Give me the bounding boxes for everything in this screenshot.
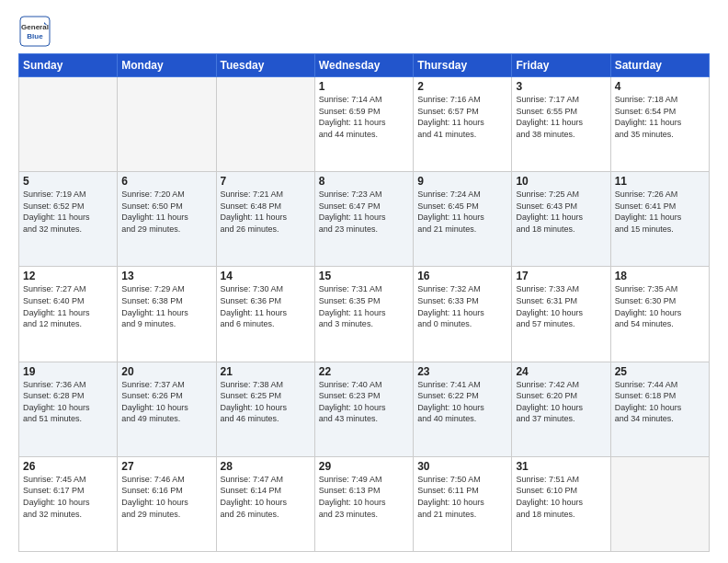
day-cell: 8Sunrise: 7:23 AM Sunset: 6:47 PM Daylig… (314, 172, 413, 267)
weekday-header-sunday: Sunday (19, 54, 118, 77)
day-info: Sunrise: 7:37 AM Sunset: 6:26 PM Dayligh… (121, 379, 211, 425)
day-cell: 11Sunrise: 7:26 AM Sunset: 6:41 PM Dayli… (610, 172, 709, 267)
day-info: Sunrise: 7:27 AM Sunset: 6:40 PM Dayligh… (23, 283, 113, 329)
day-number: 19 (23, 365, 113, 378)
day-cell: 13Sunrise: 7:29 AM Sunset: 6:38 PM Dayli… (118, 267, 216, 362)
day-info: Sunrise: 7:35 AM Sunset: 6:30 PM Dayligh… (615, 283, 705, 329)
weekday-header-saturday: Saturday (610, 54, 709, 77)
day-info: Sunrise: 7:42 AM Sunset: 6:20 PM Dayligh… (516, 379, 606, 425)
week-row-5: 26Sunrise: 7:45 AM Sunset: 6:17 PM Dayli… (19, 456, 710, 551)
day-cell (216, 77, 314, 172)
day-number: 17 (516, 270, 606, 282)
svg-text:Blue: Blue (27, 32, 43, 40)
day-cell: 2Sunrise: 7:16 AM Sunset: 6:57 PM Daylig… (414, 77, 512, 172)
day-info: Sunrise: 7:40 AM Sunset: 6:23 PM Dayligh… (319, 379, 409, 425)
day-info: Sunrise: 7:21 AM Sunset: 6:48 PM Dayligh… (221, 189, 311, 235)
day-cell: 18Sunrise: 7:35 AM Sunset: 6:30 PM Dayli… (610, 267, 709, 362)
day-number: 10 (516, 175, 606, 188)
day-info: Sunrise: 7:46 AM Sunset: 6:16 PM Dayligh… (121, 474, 211, 520)
day-number: 20 (121, 365, 211, 378)
day-info: Sunrise: 7:45 AM Sunset: 6:17 PM Dayligh… (23, 474, 113, 520)
svg-text:General: General (21, 23, 49, 31)
day-info: Sunrise: 7:36 AM Sunset: 6:28 PM Dayligh… (23, 379, 113, 425)
day-cell: 24Sunrise: 7:42 AM Sunset: 6:20 PM Dayli… (512, 362, 610, 456)
day-cell: 28Sunrise: 7:47 AM Sunset: 6:14 PM Dayli… (216, 456, 314, 551)
day-cell: 3Sunrise: 7:17 AM Sunset: 6:55 PM Daylig… (512, 77, 610, 172)
day-info: Sunrise: 7:50 AM Sunset: 6:11 PM Dayligh… (417, 474, 507, 520)
header: General Blue (18, 15, 710, 48)
day-cell: 27Sunrise: 7:46 AM Sunset: 6:16 PM Dayli… (118, 456, 216, 551)
day-number: 4 (615, 80, 705, 93)
day-number: 8 (319, 175, 409, 188)
day-info: Sunrise: 7:47 AM Sunset: 6:14 PM Dayligh… (221, 474, 311, 520)
day-cell: 21Sunrise: 7:38 AM Sunset: 6:25 PM Dayli… (216, 362, 314, 456)
day-number: 15 (319, 270, 409, 282)
day-number: 5 (23, 175, 113, 188)
day-cell: 22Sunrise: 7:40 AM Sunset: 6:23 PM Dayli… (314, 362, 413, 456)
day-cell: 12Sunrise: 7:27 AM Sunset: 6:40 PM Dayli… (19, 267, 118, 362)
day-number: 13 (121, 270, 211, 282)
day-cell: 25Sunrise: 7:44 AM Sunset: 6:18 PM Dayli… (610, 362, 709, 456)
day-info: Sunrise: 7:51 AM Sunset: 6:10 PM Dayligh… (516, 474, 606, 520)
weekday-header-row: SundayMondayTuesdayWednesdayThursdayFrid… (19, 54, 710, 77)
day-info: Sunrise: 7:18 AM Sunset: 6:54 PM Dayligh… (615, 94, 705, 140)
week-row-3: 12Sunrise: 7:27 AM Sunset: 6:40 PM Dayli… (19, 267, 710, 362)
day-number: 14 (221, 270, 311, 282)
day-cell (610, 456, 709, 551)
day-cell: 4Sunrise: 7:18 AM Sunset: 6:54 PM Daylig… (610, 77, 709, 172)
day-number: 28 (221, 460, 311, 473)
day-info: Sunrise: 7:25 AM Sunset: 6:43 PM Dayligh… (516, 189, 606, 235)
day-info: Sunrise: 7:16 AM Sunset: 6:57 PM Dayligh… (417, 94, 507, 140)
logo-icon: General Blue (18, 15, 51, 48)
page: General Blue SundayMondayTuesdayWednesda… (0, 0, 728, 563)
day-cell: 5Sunrise: 7:19 AM Sunset: 6:52 PM Daylig… (19, 172, 118, 267)
svg-rect-0 (20, 17, 50, 46)
day-info: Sunrise: 7:19 AM Sunset: 6:52 PM Dayligh… (23, 189, 113, 235)
day-info: Sunrise: 7:38 AM Sunset: 6:25 PM Dayligh… (221, 379, 311, 425)
day-number: 21 (221, 365, 311, 378)
calendar: SundayMondayTuesdayWednesdayThursdayFrid… (18, 53, 710, 552)
day-number: 31 (516, 460, 606, 473)
day-cell: 17Sunrise: 7:33 AM Sunset: 6:31 PM Dayli… (512, 267, 610, 362)
day-cell: 19Sunrise: 7:36 AM Sunset: 6:28 PM Dayli… (19, 362, 118, 456)
day-info: Sunrise: 7:14 AM Sunset: 6:59 PM Dayligh… (319, 94, 409, 140)
day-info: Sunrise: 7:30 AM Sunset: 6:36 PM Dayligh… (221, 283, 311, 329)
weekday-header-tuesday: Tuesday (216, 54, 314, 77)
day-info: Sunrise: 7:23 AM Sunset: 6:47 PM Dayligh… (319, 189, 409, 235)
day-cell: 10Sunrise: 7:25 AM Sunset: 6:43 PM Dayli… (512, 172, 610, 267)
day-info: Sunrise: 7:26 AM Sunset: 6:41 PM Dayligh… (615, 189, 705, 235)
day-number: 6 (121, 175, 211, 188)
day-number: 25 (615, 365, 705, 378)
day-info: Sunrise: 7:32 AM Sunset: 6:33 PM Dayligh… (417, 283, 507, 329)
weekday-header-friday: Friday (512, 54, 610, 77)
day-info: Sunrise: 7:31 AM Sunset: 6:35 PM Dayligh… (319, 283, 409, 329)
day-cell: 23Sunrise: 7:41 AM Sunset: 6:22 PM Dayli… (414, 362, 512, 456)
weekday-header-wednesday: Wednesday (314, 54, 413, 77)
day-cell: 30Sunrise: 7:50 AM Sunset: 6:11 PM Dayli… (414, 456, 512, 551)
day-info: Sunrise: 7:49 AM Sunset: 6:13 PM Dayligh… (319, 474, 409, 520)
day-info: Sunrise: 7:29 AM Sunset: 6:38 PM Dayligh… (121, 283, 211, 329)
day-info: Sunrise: 7:20 AM Sunset: 6:50 PM Dayligh… (121, 189, 211, 235)
day-cell: 14Sunrise: 7:30 AM Sunset: 6:36 PM Dayli… (216, 267, 314, 362)
day-number: 16 (417, 270, 507, 282)
day-number: 26 (23, 460, 113, 473)
day-number: 9 (417, 175, 507, 188)
day-number: 27 (121, 460, 211, 473)
day-number: 12 (23, 270, 113, 282)
day-info: Sunrise: 7:44 AM Sunset: 6:18 PM Dayligh… (615, 379, 705, 425)
day-number: 18 (615, 270, 705, 282)
day-number: 3 (516, 80, 606, 93)
day-cell: 7Sunrise: 7:21 AM Sunset: 6:48 PM Daylig… (216, 172, 314, 267)
day-info: Sunrise: 7:41 AM Sunset: 6:22 PM Dayligh… (417, 379, 507, 425)
day-number: 11 (615, 175, 705, 188)
day-cell: 31Sunrise: 7:51 AM Sunset: 6:10 PM Dayli… (512, 456, 610, 551)
day-number: 29 (319, 460, 409, 473)
day-cell: 29Sunrise: 7:49 AM Sunset: 6:13 PM Dayli… (314, 456, 413, 551)
week-row-1: 1Sunrise: 7:14 AM Sunset: 6:59 PM Daylig… (19, 77, 710, 172)
day-number: 22 (319, 365, 409, 378)
day-cell: 16Sunrise: 7:32 AM Sunset: 6:33 PM Dayli… (414, 267, 512, 362)
day-cell: 20Sunrise: 7:37 AM Sunset: 6:26 PM Dayli… (118, 362, 216, 456)
day-number: 2 (417, 80, 507, 93)
day-number: 30 (417, 460, 507, 473)
weekday-header-monday: Monday (118, 54, 216, 77)
